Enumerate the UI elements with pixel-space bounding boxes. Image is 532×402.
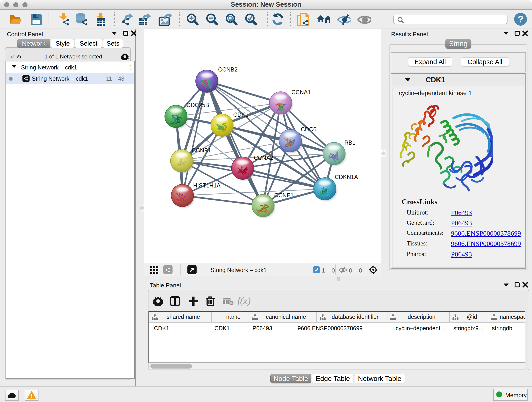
svg-text:CDC25B: CDC25B: [186, 102, 209, 108]
svg-text:RB1: RB1: [344, 139, 355, 146]
svg-text:CCNE1: CCNE1: [274, 192, 294, 198]
svg-text:CCNB2: CCNB2: [218, 66, 238, 73]
svg-text:CDK1: CDK1: [233, 111, 249, 118]
svg-text:CDC6: CDC6: [301, 126, 317, 133]
svg-text:HIST1H1A: HIST1H1A: [193, 182, 221, 189]
svg-text:CCNB1: CCNB1: [192, 147, 211, 153]
svg-text:CDKN1A: CDKN1A: [335, 174, 358, 180]
svg-text:CCNA2: CCNA2: [254, 154, 273, 161]
svg-text:CCNA1: CCNA1: [291, 89, 311, 95]
